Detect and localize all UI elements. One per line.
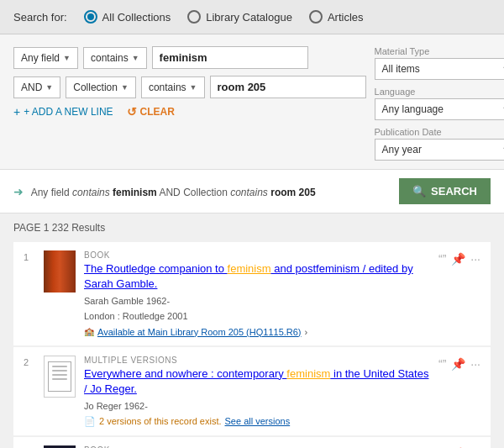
radio-circle-library-catalogue (187, 10, 201, 24)
query-summary-bar: ➜ Any field contains feminism AND Collec… (0, 170, 504, 213)
result-type-2: MULTIPLE VERSIONS (84, 356, 430, 365)
highlight-1: feminism (228, 262, 271, 275)
search-form: Any field contains AND Collection contai… (0, 34, 504, 170)
search-actions: + + ADD A NEW LINE ↺ CLEAR (13, 105, 366, 119)
query-contains2: contains (230, 187, 270, 198)
material-type-filter: Material Type All items (375, 46, 504, 80)
thumb-line (52, 366, 67, 367)
language-label: Language (375, 87, 504, 97)
result-actions-1: “” 📌 ··· (438, 250, 480, 337)
results-area: PAGE 1 232 Results 1 BOOK The Routledge … (0, 213, 504, 448)
highlight-2: feminism (286, 367, 330, 380)
radio-circle-articles (309, 10, 323, 24)
result-actions-3: “” 📌 ··· (438, 445, 480, 448)
result-item-1: 1 BOOK The Routledge companion to femini… (13, 242, 491, 345)
filter-panel: Material Type All items Language Any lan… (375, 46, 504, 161)
result-thumb-3: f (44, 445, 76, 448)
quote-icon-2[interactable]: “” (438, 357, 446, 371)
thumb-line (52, 378, 67, 380)
book-cover-1 (44, 250, 76, 293)
query-field1: Any field (31, 187, 70, 198)
versions-icon: 📄 (84, 416, 96, 427)
query-term2: room 205 (270, 187, 315, 198)
result-item-3: 3 f BOOK The future of feminism / Sylvia… (13, 437, 491, 448)
thumb-line (52, 370, 67, 372)
more-icon-2[interactable]: ··· (470, 357, 480, 371)
result-meta-2: Jo Reger 1962- (84, 399, 430, 414)
operator-dropdown-2[interactable]: contains (141, 76, 205, 98)
pages-inner-2 (48, 361, 71, 392)
result-content-3: BOOK The future of feminism / Sylvia Wal… (84, 445, 430, 448)
result-thumb-1 (44, 250, 76, 293)
result-actions-2: “” 📌 ··· (438, 356, 480, 427)
search-for-bar: Search for: All Collections Library Cata… (0, 0, 504, 34)
result-content-2: MULTIPLE VERSIONS Everywhere and nowhere… (84, 356, 430, 427)
publication-date-label: Publication Date (375, 127, 504, 137)
result-meta-1: Sarah Gamble 1962- London : Routledge 20… (84, 294, 430, 324)
query-text: ➜ Any field contains feminism AND Collec… (13, 185, 316, 198)
results-count-val: 232 Results (52, 222, 105, 234)
search-rows: Any field contains AND Collection contai… (13, 46, 366, 161)
search-row-2: AND Collection contains (13, 76, 366, 98)
search-row-1: Any field contains (13, 46, 366, 69)
results-header: PAGE 1 232 Results (13, 222, 491, 234)
result-type-3: BOOK (84, 445, 430, 448)
result-title-link-2[interactable]: Everywhere and nowhere : contemporary fe… (84, 367, 428, 395)
radio-all-collections[interactable]: All Collections (84, 10, 171, 24)
radio-library-catalogue[interactable]: Library Catalogue (187, 10, 292, 24)
result-availability-1: 🏫 Available at Main Library Room 205 (HQ… (84, 327, 430, 337)
search-for-label: Search for: (13, 11, 67, 24)
material-type-label: Material Type (375, 46, 504, 56)
publication-date-select[interactable]: Any year (375, 139, 504, 161)
page-number: PAGE 1 (13, 222, 49, 234)
query-and: AND (159, 187, 183, 198)
result-content-1: BOOK The Routledge companion to feminism… (84, 250, 430, 337)
quote-icon-1[interactable]: “” (438, 252, 446, 266)
publication-date-filter: Publication Date Any year (375, 127, 504, 161)
arrow-icon: ➜ (13, 185, 24, 198)
operator-dropdown-1[interactable]: contains (83, 47, 147, 69)
clear-button[interactable]: ↺ CLEAR (127, 105, 175, 119)
plus-icon: + (13, 105, 20, 119)
result-type-1: BOOK (84, 250, 430, 260)
query-contains1: contains (72, 187, 113, 198)
field-dropdown-2[interactable]: Collection (66, 76, 136, 98)
result-title-1: The Routledge companion to feminism and … (84, 261, 430, 292)
radio-circle-all-collections (84, 10, 97, 24)
result-title-link-1[interactable]: The Routledge companion to feminism and … (84, 262, 413, 290)
query-term1: feminism (113, 187, 157, 198)
result-versions-2: 📄 2 versions of this record exist. See a… (84, 416, 430, 427)
thumb-line (52, 374, 67, 376)
result-thumb-2 (44, 356, 76, 398)
search-icon: 🔍 (412, 185, 426, 198)
availability-link-1[interactable]: Available at Main Library Room 205 (HQ11… (97, 327, 302, 337)
field-dropdown-1[interactable]: Any field (13, 47, 78, 69)
pin-icon-1[interactable]: 📌 (451, 252, 465, 266)
result-number-3: 3 (24, 445, 35, 448)
availability-icon-1: 🏫 (84, 327, 94, 336)
see-all-versions-link[interactable]: See all versions (225, 416, 291, 426)
result-item-2: 2 MULTIPLE VERSIONS Everywhere and nowhe… (13, 347, 491, 435)
more-icon-1[interactable]: ··· (470, 252, 480, 266)
result-number-2: 2 (24, 356, 35, 427)
result-title-2: Everywhere and nowhere : contemporary fe… (84, 366, 430, 397)
result-number-1: 1 (24, 250, 35, 337)
language-filter: Language Any language (375, 87, 504, 120)
radio-articles[interactable]: Articles (309, 10, 364, 24)
search-input-1[interactable] (152, 46, 308, 69)
query-field2: Collection (183, 187, 228, 198)
add-line-button[interactable]: + + ADD A NEW LINE (13, 105, 113, 119)
pin-icon-2[interactable]: 📌 (451, 357, 465, 371)
search-button[interactable]: 🔍 SEARCH (399, 178, 491, 204)
material-type-select[interactable]: All items (375, 58, 504, 80)
refresh-icon: ↺ (127, 105, 137, 119)
search-input-2[interactable] (210, 76, 366, 98)
connector-dropdown[interactable]: AND (13, 76, 60, 98)
language-select[interactable]: Any language (375, 98, 504, 120)
